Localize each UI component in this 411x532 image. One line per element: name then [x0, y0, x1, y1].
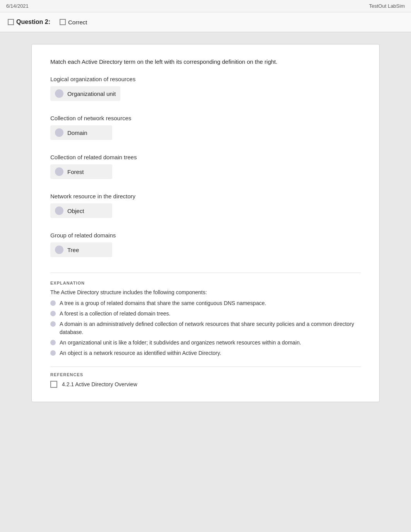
answer-circle	[55, 167, 63, 176]
match-definition: Group of related domains	[50, 232, 361, 239]
explanation-bullet: A forest is a collection of related doma…	[50, 310, 361, 318]
match-answer: Object	[50, 203, 112, 218]
bullet-text: An object is a network resource as ident…	[60, 349, 221, 357]
match-definition: Network resource in the directory	[50, 193, 361, 200]
question-status: Correct	[60, 19, 87, 26]
references-list: 4.2.1 Active Directory Overview	[50, 381, 361, 388]
ref-icon	[50, 381, 57, 388]
date-label: 6/14/2021	[6, 3, 29, 9]
answer-circle	[55, 128, 63, 137]
match-item: Network resource in the directory Object	[50, 193, 361, 218]
ref-text: 4.2.1 Active Directory Overview	[62, 381, 137, 387]
reference-item[interactable]: 4.2.1 Active Directory Overview	[50, 381, 361, 388]
bullet-icon	[50, 350, 56, 356]
bullet-text: A tree is a group of related domains tha…	[60, 299, 266, 307]
answer-text: Forest	[67, 169, 84, 175]
bullet-icon	[50, 340, 56, 345]
references-label: REFERENCES	[50, 372, 361, 377]
match-item: Collection of network resources Domain	[50, 115, 361, 140]
answer-text: Tree	[67, 247, 79, 253]
question-icon	[8, 19, 14, 25]
match-answer: Organizational unit	[50, 86, 120, 101]
match-item: Group of related domains Tree	[50, 232, 361, 257]
explanation-bullet: A domain is an administratively defined …	[50, 320, 361, 336]
match-item: Collection of related domain trees Fores…	[50, 154, 361, 179]
explanation-list: A tree is a group of related domains tha…	[50, 299, 361, 357]
bullet-icon	[50, 321, 56, 327]
match-item: Logical organization of resources Organi…	[50, 76, 361, 101]
instructions-text: Match each Active Directory term on the …	[50, 58, 361, 65]
answer-text: Domain	[67, 130, 87, 136]
app-name-label: TestOut LabSim	[369, 3, 405, 9]
bullet-icon	[50, 311, 56, 316]
bullet-text: An organizational unit is like a folder;…	[60, 339, 301, 347]
bullet-icon	[50, 300, 56, 306]
explanation-bullet: An object is a network resource as ident…	[50, 349, 361, 357]
bullet-text: A domain is an administratively defined …	[60, 320, 361, 336]
explanation-section: EXPLANATION The Active Directory structu…	[50, 273, 361, 357]
main-content: Match each Active Directory term on the …	[31, 44, 380, 402]
references-section: REFERENCES 4.2.1 Active Directory Overvi…	[50, 367, 361, 388]
match-list: Logical organization of resources Organi…	[50, 76, 361, 257]
bullet-text: A forest is a collection of related doma…	[60, 310, 170, 318]
answer-circle	[55, 246, 63, 254]
match-definition: Collection of network resources	[50, 115, 361, 121]
question-header: Question 2: Correct	[0, 12, 411, 32]
explanation-label: EXPLANATION	[50, 281, 361, 285]
match-definition: Logical organization of resources	[50, 76, 361, 82]
match-answer: Tree	[50, 242, 112, 257]
status-icon	[60, 19, 66, 25]
match-definition: Collection of related domain trees	[50, 154, 361, 160]
top-bar: 6/14/2021 TestOut LabSim	[0, 0, 411, 12]
explanation-intro: The Active Directory structure includes …	[50, 289, 361, 295]
answer-circle	[55, 206, 63, 215]
match-answer: Domain	[50, 125, 112, 140]
answer-circle	[55, 89, 63, 98]
explanation-bullet: A tree is a group of related domains tha…	[50, 299, 361, 307]
match-answer: Forest	[50, 164, 112, 179]
explanation-bullet: An organizational unit is like a folder;…	[50, 339, 361, 347]
answer-text: Organizational unit	[67, 90, 116, 97]
question-label: Question 2:	[8, 19, 50, 26]
answer-text: Object	[67, 208, 84, 214]
